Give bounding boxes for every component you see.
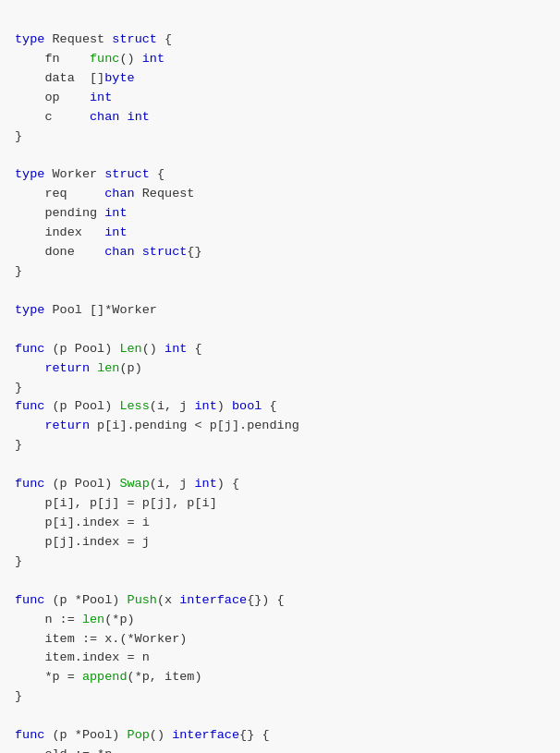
line-13: } [15,264,22,278]
line-38: old := *p [15,747,112,753]
line-19: } [15,381,22,395]
line-17: func (p Pool) Len() int { [15,342,202,356]
line-12: done chan struct{} [15,245,202,259]
line-18: return len(p) [15,361,142,375]
line-20: func (p Pool) Less(i, j int) bool { [15,399,277,413]
line-3: data []byte [15,71,135,85]
line-11: index int [15,225,128,239]
line-30: func (p *Pool) Push(x interface{}) { [15,593,285,607]
line-26: p[i].index = i [15,516,150,529]
code-container: type Request struct { fn func() int data… [0,0,560,753]
line-28: } [15,554,22,568]
line-31: n := len(*p) [15,613,135,626]
line-4: op int [15,91,112,104]
line-27: p[j].index = j [15,535,150,549]
line-10: pending int [15,206,128,220]
line-33: item.index = n [15,650,150,664]
line-35: } [15,689,22,703]
line-5: c chan int [15,110,150,124]
line-24: func (p Pool) Swap(i, j int) { [15,477,239,491]
line-22: } [15,438,22,452]
line-34: *p = append(*p, item) [15,670,202,684]
line-2: fn func() int [15,52,164,66]
line-6: } [15,129,22,143]
line-1: type Request struct { [15,32,172,46]
line-37: func (p *Pool) Pop() interface{} { [15,728,269,742]
line-9: req chan Request [15,187,194,200]
code-block: type Request struct { fn func() int data… [15,11,545,753]
line-21: return p[i].pending < p[j].pending [15,419,299,432]
line-32: item := x.(*Worker) [15,632,187,646]
line-8: type Worker struct { [15,167,164,181]
line-25: p[i], p[j] = p[j], p[i] [15,496,217,510]
line-15: type Pool []*Worker [15,303,157,317]
